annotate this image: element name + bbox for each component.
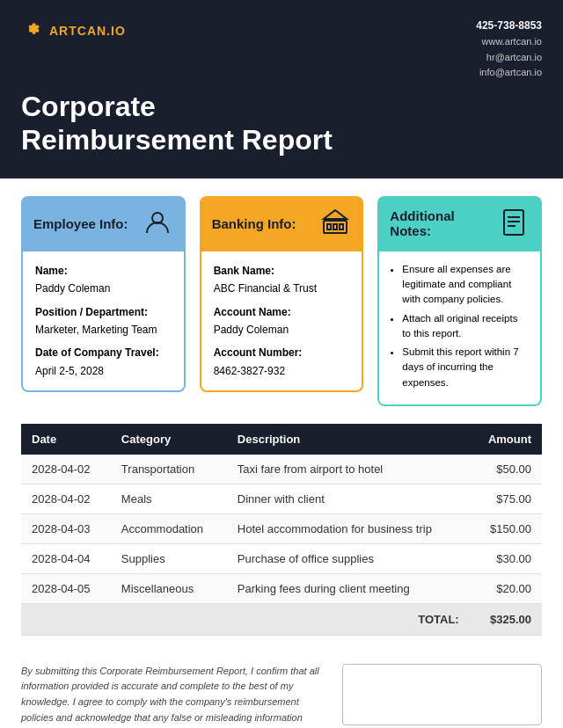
logo-row: ARTCAN.IO	[21, 18, 126, 44]
header-top: ARTCAN.IO 425-738-8853 www.artcan.io hr@…	[21, 18, 542, 81]
employee-card-body: Name: Paddy Coleman Position / Departmen…	[21, 251, 186, 392]
page-title: Corporate Reimbursement Report	[21, 90, 542, 157]
notes-icon	[498, 207, 530, 241]
travel-label: Date of Company Travel:	[35, 344, 172, 361]
table-row: 2028-04-04SuppliesPurchase of office sup…	[21, 543, 542, 573]
notes-card-header: Additional Notes:	[377, 196, 542, 251]
table-row: 2028-04-03AccommodationHotel accommodati…	[21, 513, 542, 543]
page: ARTCAN.IO 425-738-8853 www.artcan.io hr@…	[0, 0, 563, 728]
cell-date: 2028-04-04	[21, 543, 111, 573]
note-item: Submit this report within 7 days of incu…	[402, 345, 528, 390]
bank-name-label: Bank Name:	[214, 262, 350, 280]
employee-card-header: Employee Info:	[21, 196, 186, 251]
notes-card-body: Ensure all expenses are legitimate and c…	[377, 251, 542, 406]
info-section: Employee Info: Name: Paddy Coleman Posit…	[0, 178, 563, 424]
employee-card: Employee Info: Name: Paddy Coleman Posit…	[21, 196, 186, 406]
header: ARTCAN.IO 425-738-8853 www.artcan.io hr@…	[0, 0, 563, 178]
note-item: Attach all original receipts to this rep…	[402, 311, 528, 342]
cell-description: Parking fees during client meeting	[227, 573, 470, 603]
bank-name-value: ABC Financial & Trust	[214, 282, 317, 295]
table-row: 2028-04-02TransportationTaxi fare from a…	[21, 455, 542, 484]
signature-box[interactable]	[342, 664, 542, 725]
total-row: TOTAL:$325.00	[21, 603, 542, 635]
cell-date: 2028-04-02	[21, 455, 111, 484]
contact-phone: 425-738-8853	[476, 18, 542, 34]
cell-date: 2028-04-03	[21, 513, 111, 543]
cell-date: 2028-04-05	[21, 573, 111, 603]
total-amount: $325.00	[470, 603, 542, 635]
total-label: TOTAL:	[227, 603, 470, 635]
note-item: Ensure all expenses are legitimate and c…	[402, 262, 528, 308]
svg-rect-5	[340, 224, 343, 229]
table-header-row: Date Category Description Amount	[21, 424, 542, 455]
cell-category: Meals	[111, 484, 227, 513]
table-row: 2028-04-05MiscellaneousParking fees duri…	[21, 573, 542, 603]
expenses-table: Date Category Description Amount 2028-04…	[21, 424, 542, 636]
account-number-value: 8462-3827-932	[214, 365, 285, 377]
cell-category: Miscellaneous	[111, 573, 227, 603]
contact-email2: info@artcan.io	[476, 65, 542, 81]
cell-date: 2028-04-02	[21, 484, 111, 513]
employee-card-title: Employee Info:	[33, 216, 128, 231]
col-category: Category	[111, 424, 227, 455]
table-section: Date Category Description Amount 2028-04…	[0, 424, 563, 650]
notes-card: Additional Notes: Ensure all expenses ar…	[377, 196, 542, 406]
svg-marker-2	[324, 210, 347, 219]
cell-amount: $50.00	[470, 455, 542, 484]
banking-card-header: Banking Info:	[200, 196, 364, 251]
position-label: Position / Department:	[35, 303, 172, 321]
person-icon	[142, 207, 173, 241]
cell-category: Transportation	[111, 455, 227, 484]
cell-category: Accommodation	[111, 513, 227, 543]
account-name-label: Account Name:	[214, 303, 350, 321]
position-value: Marketer, Marketing Team	[35, 324, 157, 336]
name-value: Paddy Coleman	[35, 282, 110, 295]
signature-area: Employee Signature:	[342, 664, 542, 728]
banking-card-body: Bank Name: ABC Financial & Trust Account…	[200, 251, 364, 392]
contact-info: 425-738-8853 www.artcan.io hr@artcan.io …	[476, 18, 542, 81]
name-label: Name:	[35, 262, 172, 280]
cell-description: Purchase of office supplies	[227, 543, 470, 573]
cell-description: Dinner with client	[227, 484, 470, 513]
account-number-label: Account Number:	[214, 344, 350, 361]
notes-list: Ensure all expenses are legitimate and c…	[388, 262, 528, 390]
col-description: Description	[227, 424, 470, 455]
gear-icon	[21, 18, 42, 44]
cell-category: Supplies	[111, 543, 227, 573]
contact-website: www.artcan.io	[476, 34, 542, 50]
table-body: 2028-04-02TransportationTaxi fare from a…	[21, 455, 542, 636]
col-amount: Amount	[470, 424, 542, 455]
cell-amount: $30.00	[470, 543, 542, 573]
cell-description: Hotel accommodation for business trip	[227, 513, 470, 543]
table-header: Date Category Description Amount	[21, 424, 542, 455]
banking-card-title: Banking Info:	[212, 216, 296, 231]
svg-rect-3	[327, 224, 331, 229]
cell-amount: $20.00	[470, 573, 542, 603]
cell-amount: $75.00	[470, 484, 542, 513]
cell-description: Taxi fare from airport to hotel	[227, 455, 470, 484]
account-name-value: Paddy Coleman	[214, 324, 289, 336]
logo-text: ARTCAN.IO	[49, 24, 126, 38]
table-row: 2028-04-02MealsDinner with client$75.00	[21, 484, 542, 513]
disclaimer-text: By submitting this Corporate Reimburseme…	[21, 664, 321, 728]
travel-value: April 2-5, 2028	[35, 365, 104, 377]
banking-card: Banking Info: Bank Name: ABC Financial &…	[200, 196, 364, 406]
svg-rect-4	[333, 224, 337, 229]
col-date: Date	[21, 424, 111, 455]
footer-section: By submitting this Corporate Reimburseme…	[0, 650, 563, 728]
bank-icon	[319, 207, 351, 241]
cell-amount: $150.00	[470, 513, 542, 543]
contact-email1: hr@artcan.io	[476, 50, 542, 66]
notes-card-title: Additional Notes:	[390, 208, 498, 238]
